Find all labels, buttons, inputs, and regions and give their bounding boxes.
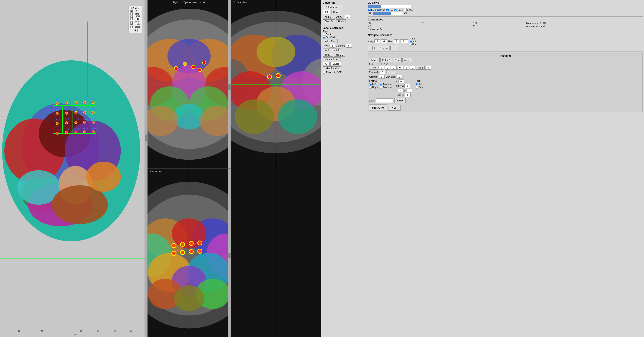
first-second-input[interactable] bbox=[404, 84, 410, 88]
col-check-label[interactable]: Col bbox=[386, 9, 393, 11]
alpha-input[interactable] bbox=[398, 89, 404, 92]
z0-input[interactable] bbox=[391, 66, 396, 70]
second-last-input[interactable] bbox=[405, 93, 411, 97]
legend-right[interactable]: Right bbox=[130, 13, 140, 15]
array-plus-btn[interactable]: + bbox=[372, 46, 376, 50]
elec-plus-btn[interactable]: + bbox=[395, 46, 399, 50]
grid-strip-radio[interactable] bbox=[323, 36, 325, 38]
plan-check[interactable] bbox=[377, 9, 380, 11]
select-voxels-btn[interactable]: Select voxels bbox=[323, 5, 342, 9]
rows-input[interactable] bbox=[330, 44, 335, 48]
del-c-value[interactable] bbox=[345, 15, 350, 19]
plot-all-radio[interactable] bbox=[416, 83, 418, 85]
manual-index-btn[interactable]: Manual Index bbox=[323, 57, 341, 61]
legend-parcel-check[interactable] bbox=[130, 26, 133, 28]
plot-one-big-btn[interactable]: Plot One bbox=[369, 104, 387, 111]
depth-radio-label[interactable]: Depth bbox=[323, 33, 332, 35]
one-radio-label[interactable]: One bbox=[409, 43, 417, 45]
legend-labels[interactable]: Labels bbox=[130, 23, 140, 25]
electrode-input[interactable] bbox=[380, 70, 386, 74]
azimuth-input[interactable] bbox=[379, 75, 384, 79]
edge-check-label[interactable]: Edge bbox=[404, 9, 413, 11]
name-btn[interactable]: name bbox=[402, 58, 412, 62]
rot-l-btn[interactable]: rot L bbox=[323, 48, 331, 52]
entry-p-btn[interactable]: Entry P bbox=[380, 58, 392, 62]
elec-input[interactable] bbox=[394, 39, 400, 43]
array-input[interactable] bbox=[374, 39, 380, 43]
legend-conn[interactable]: Conn bbox=[130, 20, 140, 23]
all-radio-label[interactable]: All bbox=[410, 40, 416, 43]
next-value[interactable] bbox=[425, 66, 431, 70]
legend-left[interactable]: Left bbox=[130, 10, 140, 12]
n-input[interactable] bbox=[398, 79, 404, 83]
plot-all-label[interactable]: All bbox=[416, 83, 422, 85]
legend-lsce[interactable]: L SCE bbox=[130, 15, 140, 18]
legend-labels-check[interactable] bbox=[130, 23, 133, 25]
plot-one-radio[interactable] bbox=[416, 86, 418, 89]
flip-lr-btn[interactable]: flip LR bbox=[323, 53, 333, 57]
y1-input[interactable] bbox=[404, 66, 409, 70]
add-c-btn[interactable]: Add C bbox=[323, 15, 333, 19]
elevation-input[interactable] bbox=[397, 75, 402, 79]
clus-btn[interactable]: Clus bbox=[331, 10, 340, 14]
legend-left-check[interactable] bbox=[130, 10, 133, 12]
parc-check[interactable] bbox=[394, 9, 397, 11]
anterior-frame-radio[interactable] bbox=[380, 83, 382, 85]
elec-check[interactable] bbox=[368, 9, 370, 11]
legend-parcel[interactable]: Parcel bbox=[130, 26, 140, 28]
all-radio[interactable] bbox=[410, 40, 412, 43]
cols-input[interactable] bbox=[346, 44, 352, 48]
index-elec-btn[interactable]: Index Elec bbox=[323, 39, 338, 43]
label-input[interactable] bbox=[330, 62, 341, 66]
y0-input[interactable] bbox=[385, 66, 390, 70]
clus-value-input[interactable] bbox=[323, 10, 330, 14]
electrode-plus[interactable]: + bbox=[391, 70, 395, 74]
legend-rsce[interactable]: R SCE bbox=[130, 18, 140, 20]
next-btn[interactable]: Next bbox=[416, 66, 425, 70]
posterior-frame-label[interactable]: Posterior bbox=[380, 86, 392, 89]
right-frame-radio[interactable] bbox=[369, 86, 372, 89]
legend-conn-check[interactable] bbox=[130, 21, 133, 23]
target-btn[interactable]: Target bbox=[369, 58, 380, 62]
r-button[interactable]: R bbox=[133, 29, 138, 32]
left-frame-label[interactable]: Left bbox=[369, 83, 378, 85]
legend-rsce-check[interactable] bbox=[130, 18, 133, 20]
entry-input[interactable] bbox=[376, 98, 393, 103]
col-check[interactable] bbox=[386, 9, 389, 11]
x1-input[interactable] bbox=[397, 66, 403, 70]
array-minus-btn[interactable]: - bbox=[368, 46, 372, 50]
x0-input[interactable] bbox=[378, 66, 384, 70]
elec-minus-btn[interactable]: - bbox=[390, 46, 394, 50]
electrode-minus[interactable]: - bbox=[386, 70, 390, 74]
scroll-thumb-left[interactable] bbox=[145, 135, 147, 141]
next-plan-btn[interactable]: Next bbox=[388, 105, 400, 110]
legend-right-check[interactable] bbox=[130, 13, 133, 15]
edge-check[interactable] bbox=[404, 9, 406, 11]
anterior-frame-label[interactable]: Anterior bbox=[380, 83, 392, 85]
z-plane-scroll-thumb[interactable] bbox=[228, 253, 230, 258]
plot-one-label[interactable]: One bbox=[416, 86, 423, 89]
g1-input[interactable] bbox=[400, 39, 408, 43]
z-plane-scroll[interactable] bbox=[228, 169, 230, 337]
parc-check-label[interactable]: Parc bbox=[394, 9, 403, 11]
undo-btn[interactable]: Undo bbox=[336, 19, 346, 23]
right-frame-label[interactable]: Right bbox=[369, 86, 378, 89]
clear-all-btn[interactable]: Clear All bbox=[323, 19, 335, 23]
depth-radio[interactable] bbox=[323, 33, 325, 35]
posterior-frame-radio[interactable] bbox=[380, 86, 382, 89]
project-to-sce-check[interactable] bbox=[323, 71, 325, 73]
new-entry-btn[interactable]: New bbox=[394, 98, 406, 103]
g-nav-input[interactable] bbox=[381, 39, 387, 43]
elec-check-label[interactable]: Elec bbox=[368, 9, 376, 11]
rot-r-btn[interactable]: rot R bbox=[332, 48, 341, 52]
y-plane-scroll[interactable] bbox=[228, 0, 230, 168]
grid-strip-radio-label[interactable]: Grid/Strip bbox=[323, 36, 336, 38]
z1-input[interactable] bbox=[410, 66, 416, 70]
del-c-btn[interactable]: Del C bbox=[334, 15, 344, 19]
scrollbar-left[interactable] bbox=[144, 0, 148, 337]
left-frame-radio[interactable] bbox=[369, 83, 372, 85]
mri-slider[interactable] bbox=[373, 12, 403, 15]
legend-lsce-check[interactable] bbox=[130, 15, 133, 18]
remove-btn[interactable]: Remove bbox=[377, 46, 390, 50]
new-btn[interactable]: New bbox=[393, 58, 402, 62]
